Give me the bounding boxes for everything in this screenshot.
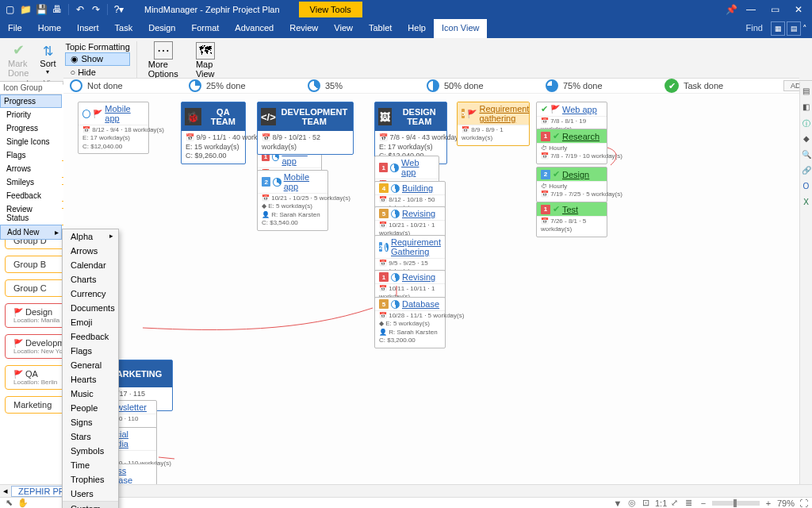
expand-icon[interactable]: ⤢ [669,498,680,508]
zoom-slider[interactable] [712,501,760,506]
submenu-music[interactable]: Music [63,387,118,401]
shapes-icon[interactable]: ◆ [801,134,812,145]
task-database[interactable]: 5Database 📅 10/28 - 11/1 · 5 workday(s) … [374,297,446,348]
canvas[interactable]: 🚩Mobile app 📅 8/12 - 9/4 · 18 workday(s)… [63,94,799,484]
open-icon[interactable]: 📁 [19,3,32,16]
find-field[interactable]: Find [738,19,771,38]
minimize-button[interactable]: — [741,4,761,15]
pin-icon[interactable]: 📌 [725,3,737,16]
submenu-custom[interactable]: Custom [63,501,118,508]
qa-team-card[interactable]: 🐞QA TEAM 📅 9/9 - 11/1 · 40 workday(s) E:… [181,102,246,164]
view-menu[interactable]: View [326,19,361,38]
submenu-calendar[interactable]: Calendar [63,258,118,272]
sidebar-review[interactable]: Review Status [0,202,62,225]
sidebar-progress[interactable]: Progress [0,121,62,135]
dev-team-card[interactable]: </>DEVELOPMENT TEAM 📅 8/9 - 10/21 · 52 w… [257,102,354,155]
new-icon[interactable]: ▢ [3,3,16,16]
topic-formatting-label: Topic Formatting [65,42,129,52]
pointer-icon[interactable]: ⬉ [3,498,14,508]
task-mobile-app[interactable]: 🚩Mobile app 📅 8/12 - 9/4 · 18 workday(s)… [78,102,149,154]
target-icon[interactable]: ◎ [626,498,638,508]
fit-icon[interactable]: ⊡ [641,498,652,508]
search-icon[interactable]: 🔍 [801,150,812,161]
sidebar-feedback[interactable]: Feedback [0,189,62,202]
filter-icon[interactable]: ▼ [612,498,623,508]
task-research[interactable]: 1✔Research ⏱ Hourly 📅 7/8 - 7/19 · 10 wo… [536,129,607,164]
submenu-alpha[interactable]: Alpha [63,229,118,244]
submenu-people[interactable]: People [63,401,118,415]
more-options-button[interactable]: ⋯More Options [142,40,185,80]
redo-icon[interactable]: ↷ [90,3,102,16]
submenu-flags[interactable]: Flags [63,344,118,358]
sidebar-selected[interactable]: Progress [0,94,62,108]
help-menu[interactable]: Help [400,19,434,38]
design-menu[interactable]: Design [140,19,183,38]
home-menu[interactable]: Home [30,19,69,38]
list-icon[interactable]: ▤ [787,21,801,36]
insert-menu[interactable]: Insert [69,19,107,38]
close-button[interactable]: ✕ [788,4,809,15]
submenu-users[interactable]: Users [63,487,118,501]
sidebar-flags[interactable]: Flags [0,148,62,162]
ribbon: ✔Mark Done ⇅Sort▾ Topic Formatting ◉Show… [0,38,812,82]
submenu-trophies[interactable]: Trophies [63,472,118,487]
submenu-time[interactable]: Time [63,458,118,472]
code-icon: </> [261,108,276,125]
hand-icon[interactable]: ✋ [17,498,29,508]
lane-25: 25% done [206,81,246,90]
format-menu[interactable]: Format [183,19,227,38]
submenu-feedback[interactable]: Feedback [63,329,118,344]
file-menu[interactable]: File [0,19,30,38]
submenu-hearts[interactable]: Hearts [63,372,118,387]
panel-icon-2[interactable]: ◧ [801,102,812,114]
mark-done-button[interactable]: ✔Mark Done [5,40,32,79]
panel-icon[interactable]: ▤ [801,87,812,98]
levels-icon[interactable]: ≣ [684,498,695,508]
sidebar-smileys[interactable]: Smileys [0,175,62,189]
maximize-button[interactable]: ▭ [764,4,785,15]
zoom-in-icon[interactable]: + [763,498,774,508]
submenu-arrows[interactable]: Arrows [63,244,118,258]
submenu-stars[interactable]: Stars [63,429,118,444]
tree-collapse-icon[interactable]: ◂ [3,486,8,496]
undo-icon[interactable]: ↶ [74,3,86,16]
submenu-currency[interactable]: Currency [63,287,118,301]
icon-view-menu[interactable]: Icon View [434,19,488,38]
show-option[interactable]: ◉Show [65,52,129,66]
submenu-documents[interactable]: Documents [63,301,118,315]
actual-icon[interactable]: 1:1 [655,498,666,508]
print-icon[interactable]: 🖶 [51,3,63,16]
excel-icon[interactable]: X [801,198,812,209]
submenu-emoji[interactable]: Emoji [63,315,118,329]
sort-button[interactable]: ⇅Sort▾ [36,42,59,77]
fullscreen-icon[interactable]: ⛶ [798,498,809,508]
grid-icon[interactable]: ▦ [771,21,785,36]
sidebar-priority[interactable]: Priority [0,108,62,121]
sidebar-single[interactable]: Single Icons [0,135,62,148]
advanced-menu[interactable]: Advanced [227,19,282,38]
task-test[interactable]: 1✔Test 📅 7/26 - 8/1 · 5 workday(s) [536,202,607,237]
view-tools-tab[interactable]: View Tools [299,2,362,17]
outlook-icon[interactable]: O [801,182,812,193]
sidebar-arrows[interactable]: Arrows [0,162,62,175]
sidebar-add-new[interactable]: Add New [0,225,62,240]
review-menu[interactable]: Review [282,19,326,38]
task-menu[interactable]: Task [107,19,141,38]
link-icon[interactable]: 🔗 [801,166,812,177]
hide-option[interactable]: ○Hide [65,67,129,78]
submenu-charts[interactable]: Charts [63,272,118,287]
chevron-up-icon[interactable]: ˄ [802,24,807,34]
submenu-general[interactable]: General [63,358,118,372]
task-dev-mobile[interactable]: 2Mobile app 📅 10/21 - 10/25 · 5 workday(… [257,170,328,231]
tablet-menu[interactable]: Tablet [361,19,400,38]
save-icon[interactable]: 💾 [35,3,48,16]
submenu-signs[interactable]: Signs [63,415,118,429]
help-dropdown-icon[interactable]: ?▾ [113,3,125,16]
lane-not-done: Not done [87,81,123,90]
zoom-out-icon[interactable]: − [698,498,709,508]
task-design-done[interactable]: 2✔Design ⏱ Hourly 📅 7/19 - 7/25 · 5 work… [536,167,607,202]
task-requirement-gathering-75[interactable]: 5🚩Requirement gathering 📅 8/9 - 8/9 · 1 … [457,102,530,146]
map-view-button[interactable]: 🗺Map View [190,40,221,80]
submenu-symbols[interactable]: Symbols [63,444,118,458]
info-icon[interactable]: ⓘ [801,118,812,129]
